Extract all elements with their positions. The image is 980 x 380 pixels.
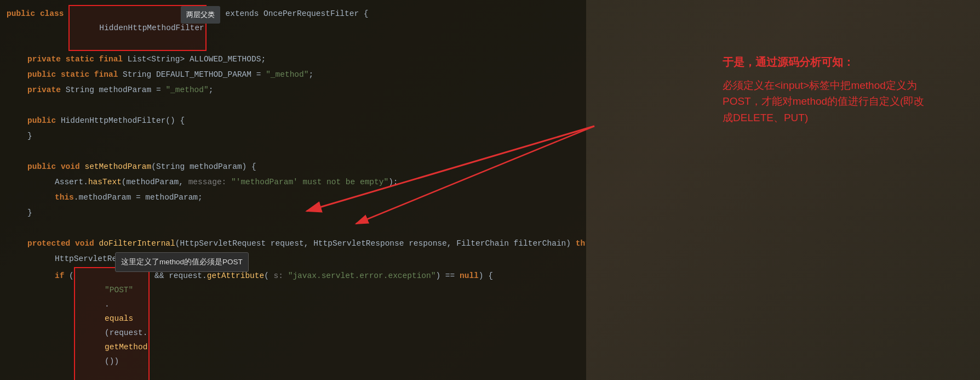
comment: s: <box>274 269 288 283</box>
code: ( <box>151 160 156 174</box>
code: , <box>304 236 313 251</box>
code: (request. <box>105 328 147 337</box>
kw: void <box>75 236 99 251</box>
keyword-public: public <box>7 7 40 21</box>
type: String <box>156 160 190 174</box>
annotation-body: 必须定义在<input>标签中把method定义为POST，才能对method的… <box>723 77 964 126</box>
string-val: "_method" <box>266 67 308 82</box>
code: methodParam = <box>99 83 166 97</box>
code: . <box>83 175 88 189</box>
keyword-class: class <box>40 7 68 21</box>
code: ( <box>175 236 180 251</box>
code-line-1: public class HiddenHttpMethodFilter 1 两层… <box>0 4 586 52</box>
kw: private <box>27 83 66 97</box>
tooltip-two-layer: 两层父类 <box>181 6 220 24</box>
code: } <box>27 129 32 143</box>
kw: public <box>27 160 61 174</box>
code: ) { <box>479 269 493 283</box>
kw: private <box>27 52 66 66</box>
code-line-12: HttpServletRequest requ 2 这里定义了method的值必… <box>0 251 586 266</box>
code: . <box>105 300 110 309</box>
comment-text: message: <box>188 175 231 189</box>
param: request <box>271 236 304 251</box>
type: List<String> <box>128 52 190 66</box>
param: filterChain <box>514 236 566 251</box>
type: HttpServletResponse <box>313 236 409 251</box>
type: HttpServletRequest <box>180 236 270 251</box>
kw: static <box>66 52 99 66</box>
code: ; <box>308 67 313 82</box>
code-line-empty3 <box>0 220 586 236</box>
kw-null: null <box>460 269 479 283</box>
method-name: equals <box>105 314 133 323</box>
kw: public <box>27 67 61 82</box>
code-line-11: protected void doFilterInternal ( HttpSe… <box>0 236 586 251</box>
code: ALLOWED_METHODS; <box>190 52 266 66</box>
code-panel: public class HiddenHttpMethodFilter 1 两层… <box>0 0 586 380</box>
kw: void <box>61 160 85 174</box>
code: DEFAULT_METHOD_PARAM = <box>156 67 266 82</box>
tooltip-badge2: 这里定义了method的值必须是POST <box>115 252 249 272</box>
code-line-6: } <box>0 128 586 144</box>
code-line-13: if ( "POST" . equals (request. getMethod… <box>0 266 586 380</box>
string-val: "_method" <box>165 83 208 97</box>
code-line-empty1 <box>0 98 586 113</box>
code: (methodParam, <box>122 175 188 189</box>
code-line-9: this .methodParam = methodParam; <box>0 190 586 205</box>
code: } <box>27 206 32 220</box>
method-name: getMethod <box>105 343 147 351</box>
code: ) { <box>242 160 256 174</box>
string-post: "POST" <box>105 286 133 294</box>
string-val: "'methodParam' must not be empty" <box>231 175 388 189</box>
code: , <box>447 236 456 251</box>
code: ) == <box>435 269 460 283</box>
annotation-title: 于是，通过源码分析可知： <box>723 55 964 70</box>
kw: if <box>55 269 69 283</box>
classname-text: HiddenHttpMethodFilter <box>99 24 204 32</box>
kw: public <box>27 114 61 128</box>
extends-text: extends OncePerRequestFilter { <box>221 7 369 21</box>
code: .methodParam = methodParam; <box>74 190 203 205</box>
code-line-7: public void setMethodParam ( String meth… <box>0 159 586 174</box>
code: HiddenHttpMethodFilter() { <box>61 114 185 128</box>
method-name: hasText <box>88 175 122 189</box>
code-line-10: } <box>0 205 586 220</box>
annotation-panel: 于是，通过源码分析可知： 必须定义在<input>标签中把method定义为PO… <box>723 55 964 126</box>
code: ( <box>69 269 74 283</box>
post-highlight: "POST" . equals (request. getMethod ()) <box>74 267 150 380</box>
classname: Assert <box>55 175 83 189</box>
method-name: setMethodParam <box>84 160 151 174</box>
code-line-2: private static final List<String> ALLOWE… <box>0 52 586 67</box>
kw: this <box>55 190 74 205</box>
kw: final <box>94 67 123 82</box>
type: String <box>66 83 99 97</box>
method-name: doFilterInternal <box>99 236 175 251</box>
code: ; <box>209 83 214 97</box>
type: String <box>123 67 156 82</box>
kw-protected: protected <box>27 236 75 251</box>
code-line-5: public HiddenHttpMethodFilter() { <box>0 113 586 128</box>
type: FilterChain <box>456 236 513 251</box>
string-val: "javax.servlet.error.exception" <box>288 269 436 283</box>
code: ) <box>566 236 575 251</box>
code-line-3: public static final String DEFAULT_METHO… <box>0 67 586 82</box>
kw: static <box>61 67 94 82</box>
code: ( <box>264 269 273 283</box>
code: ); <box>388 175 398 189</box>
kw: final <box>99 52 128 66</box>
kw: throws <box>576 236 586 251</box>
code-line-8: Assert . hasText (methodParam, message: … <box>0 174 586 190</box>
param: response <box>409 236 447 251</box>
param: methodParam <box>190 160 242 174</box>
code-line-empty2 <box>0 144 586 159</box>
code: ()) <box>105 357 119 366</box>
code-line-4: private String methodParam = "_method" ; <box>0 82 586 98</box>
